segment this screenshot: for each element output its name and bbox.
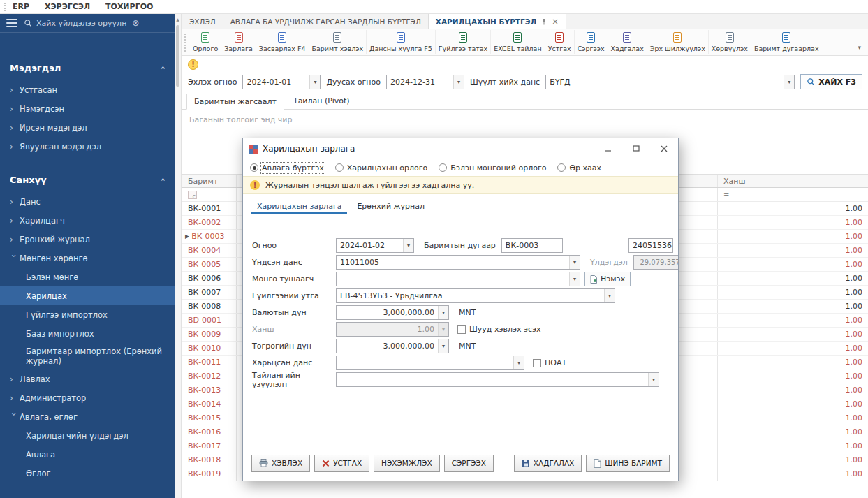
maximize-button[interactable] (622, 138, 650, 159)
view-tab[interactable]: Баримтын жагсаалт (186, 94, 284, 110)
print-directly-checkbox[interactable] (457, 325, 466, 334)
payer-extra-input[interactable] (631, 272, 678, 286)
sidebar-item[interactable]: Авлага (0, 445, 175, 464)
new-document-button[interactable]: ШИНЭ БАРИМТ (586, 455, 670, 472)
toolbar-button[interactable]: Хөрвүүлэх (708, 30, 751, 54)
toolbar-button[interactable]: Устгах (545, 30, 574, 54)
document-tab[interactable]: ЭХЛЭЛ × (182, 14, 223, 29)
sidebar-item[interactable]: Баримтаар импортлох (Ерөнхий журнал) (0, 343, 175, 369)
sidebar-item[interactable]: Гүйлгээ импортлох (0, 305, 175, 324)
sidebar-item[interactable]: Мэдэгдэл › (0, 55, 175, 80)
sidebar-item[interactable]: › Данс (0, 192, 175, 211)
reference-number-field[interactable]: 24051536 (628, 238, 673, 253)
sidebar-scrollbar[interactable] (175, 14, 182, 498)
column-header-document[interactable]: Баримт (182, 175, 237, 187)
toolbar-button[interactable]: Баримт дугаарлах (751, 30, 822, 54)
sidebar-item[interactable]: › Авлага, өглөг (0, 407, 175, 426)
delete-button[interactable]: УСТГАХ (314, 455, 369, 472)
sidebar-item[interactable]: › Лавлах (0, 369, 175, 388)
menu-item[interactable]: ХЭРЭГСЭЛ (45, 2, 90, 11)
radio-option[interactable]: Авлага бүртгэх (250, 163, 324, 173)
vat-checkbox[interactable] (533, 359, 541, 367)
dropdown-icon[interactable] (604, 289, 615, 302)
toolbar-button[interactable]: Сэргээх (574, 30, 608, 54)
dropdown-icon[interactable] (569, 272, 580, 286)
hamburger-menu-icon[interactable] (6, 19, 17, 27)
sidebar-item[interactable]: › Ерөнхий журнал (0, 230, 175, 249)
dialog-titlebar[interactable]: Харилцахын зарлага (243, 138, 678, 159)
currency-amount-input[interactable]: 3,000,000.00 (336, 305, 449, 320)
toolbar-button[interactable]: Гүйлгээ татах (435, 30, 490, 54)
end-date-input[interactable]: 2024-12-31 (386, 75, 464, 89)
tab-close-icon[interactable]: × (552, 17, 559, 27)
restore-button[interactable]: СЭРГЭЭХ (444, 455, 494, 472)
toolbar-button[interactable]: Орлого (190, 30, 221, 54)
dropdown-icon[interactable] (453, 75, 464, 89)
sidebar-item[interactable]: Өглөг (0, 464, 175, 483)
description-select[interactable]: ЕВ-4513УБЗ - Урьдчилгаа (336, 288, 615, 303)
pin-icon[interactable] (540, 18, 547, 25)
autofilter-cell[interactable] (182, 188, 237, 201)
sidebar-search-input[interactable]: Хайх үйлдэлээ оруулн ⊗ (24, 18, 168, 28)
sidebar-item[interactable]: › Устгасан (0, 80, 175, 99)
dropdown-icon[interactable] (438, 339, 448, 353)
toolbar-button[interactable]: Хадгалах (608, 30, 647, 54)
sidebar-item[interactable]: Харилцагчийн үлдэгдэл (0, 426, 175, 445)
toolbar-button[interactable]: Баримт хэвлэх (309, 30, 367, 54)
sidebar-item[interactable]: › Харилцагч (0, 211, 175, 230)
add-payer-button[interactable]: Нэмэх (584, 272, 631, 286)
sidebar-item[interactable]: › Мөнгөн хөрөнгө (0, 249, 175, 268)
dropdown-icon[interactable] (309, 75, 320, 89)
document-tab[interactable]: АВЛАГА БА УРДЧИЛЖ ГАРСАН ЗАРДЛЫН БҮРТГЭЛ… (223, 14, 429, 29)
report-indicator-select[interactable] (336, 372, 659, 387)
view-tab[interactable]: Тайлан (Pivot) (286, 93, 358, 109)
scrollbar-thumb[interactable] (176, 25, 179, 87)
radio-option[interactable]: Өр хаах (557, 163, 601, 173)
sidebar-item[interactable]: › Администратор (0, 388, 175, 407)
dropdown-icon[interactable] (784, 75, 794, 89)
close-button[interactable] (650, 138, 678, 159)
save-button[interactable]: ХАДГАЛАХ (514, 455, 582, 472)
autofilter-cell[interactable] (718, 188, 868, 201)
dropdown-icon[interactable] (648, 373, 659, 386)
menu-item[interactable]: ТОХИРГОО (105, 2, 153, 11)
radio-option[interactable]: Харилцахын орлого (335, 163, 428, 173)
main-account-select[interactable]: 11011005 (336, 255, 580, 270)
filter-equals-icon[interactable] (723, 190, 729, 199)
sidebar-item[interactable]: › Нэмэгдсэн (0, 99, 175, 118)
dropdown-icon[interactable] (569, 256, 580, 269)
sidebar-item[interactable]: Бэлэн мөнгө (0, 268, 175, 286)
toolbar-button[interactable]: Дансны хуулга F5 (366, 30, 435, 54)
toolbar-overflow-icon[interactable]: ▾ (853, 44, 865, 51)
print-button[interactable]: ХЭВЛЭХ (251, 455, 310, 472)
autofilter-icon[interactable] (188, 191, 197, 199)
sidebar-item[interactable]: Харилцах (0, 286, 175, 305)
toolbar-button[interactable]: Эрх шилжүүлэх (647, 30, 708, 54)
sidebar-item[interactable]: Санхүү › (0, 167, 175, 192)
toolbar-button[interactable]: Зарлага (221, 30, 256, 54)
toolbar-button[interactable]: EXCEL тайлан (490, 30, 544, 54)
start-date-input[interactable]: 2024-01-01 (242, 75, 321, 89)
contra-account-select[interactable] (336, 356, 524, 370)
menu-item[interactable]: ERP (13, 2, 29, 11)
account-filter-select[interactable]: БҮГД (545, 75, 795, 89)
payer-select[interactable] (336, 272, 580, 286)
info-icon[interactable] (188, 59, 198, 70)
search-button[interactable]: ХАЙХ F3 (800, 74, 862, 89)
invoice-button[interactable]: НЭХЭМЖЛЭХ (374, 455, 440, 472)
radio-option[interactable]: Бэлэн мөнгөний орлого (439, 163, 546, 173)
sidebar-item[interactable]: Бааз импортлох (0, 324, 175, 343)
minimize-button[interactable] (594, 138, 622, 159)
toolbar-button[interactable]: Засварлах F4 (256, 30, 309, 54)
dialog-tab[interactable]: Харилцахын зарлага (251, 200, 347, 214)
sidebar-item[interactable]: › Явуулсан мэдэгдэл (0, 137, 175, 156)
mnt-amount-input[interactable]: 3,000,000.00 (336, 339, 449, 353)
date-input[interactable]: 2024-01-02 (336, 238, 414, 253)
dropdown-icon[interactable] (513, 356, 524, 369)
scroll-up-icon[interactable] (175, 14, 181, 22)
sidebar-item[interactable]: › Ирсэн мэдэгдэл (0, 118, 175, 137)
dialog-tab[interactable]: Ерөнхий журнал (351, 200, 430, 214)
column-header-rate[interactable]: Ханш (718, 175, 868, 187)
document-number-input[interactable]: ВК-0003 (501, 238, 563, 253)
clear-search-icon[interactable]: ⊗ (132, 18, 139, 28)
